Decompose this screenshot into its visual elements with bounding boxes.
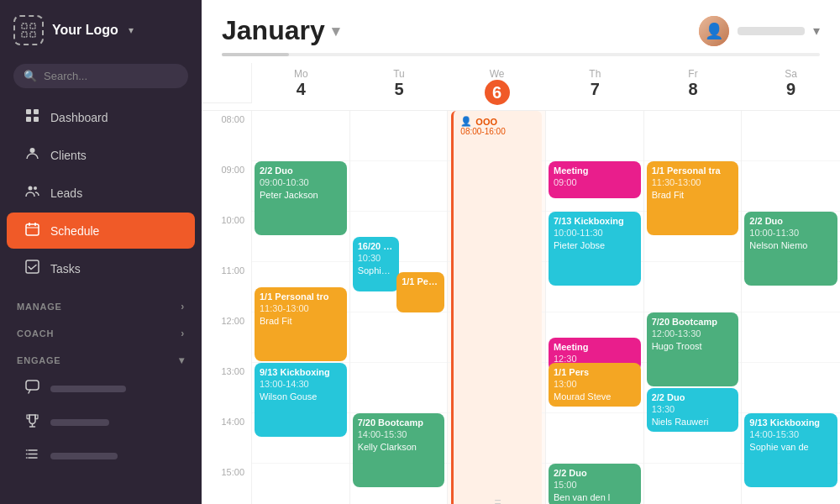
event-thu-4[interactable]: 1/1 Pers 13:00 Mourad Steve xyxy=(549,363,641,407)
event-time: 13:00-14:30 xyxy=(260,378,342,390)
logo-text: Your Logo xyxy=(52,23,118,38)
dashboard-label: Dashboard xyxy=(50,111,108,124)
svg-rect-11 xyxy=(26,224,39,235)
manage-chevron-icon[interactable]: › xyxy=(181,301,185,312)
header: January ▾ 👤 ▾ xyxy=(202,0,840,53)
day-col-wed: 👤 OOO 08:00-16:00 = xyxy=(448,111,546,504)
day-header-tue: Tu 5 xyxy=(350,63,449,110)
event-name: Mourad Steve xyxy=(554,391,636,402)
user-caret-icon[interactable]: ▾ xyxy=(813,23,820,39)
event-title: Meeting xyxy=(554,165,636,176)
engage-section: ENGAGE ▾ xyxy=(0,346,202,368)
hour-row xyxy=(252,464,349,504)
sidebar-item-tasks[interactable]: Tasks xyxy=(7,250,195,286)
event-time: 13:30 xyxy=(652,403,734,415)
sidebar-item-clients[interactable]: Clients xyxy=(7,137,195,173)
event-name: Nelson Niemo xyxy=(749,239,832,251)
event-tue-1[interactable]: 16/20 Bo 10:30 Sophie Leuter xyxy=(353,237,399,291)
hour-row xyxy=(742,161,840,212)
event-title: 2/2 Duo xyxy=(554,467,636,479)
engage-chat[interactable] xyxy=(7,372,195,405)
event-mon-2[interactable]: 1/1 Personal tro 11:30-13:00 Brad Fit xyxy=(255,287,347,361)
search-bar[interactable]: 🔍 xyxy=(13,64,188,88)
engage-chevron-icon[interactable]: ▾ xyxy=(179,354,185,366)
event-sat-1[interactable]: 2/2 Duo 10:00-11:30 Nelson Niemo xyxy=(744,212,837,286)
schedule-icon xyxy=(24,222,40,239)
month-caret-icon[interactable]: ▾ xyxy=(332,22,339,40)
event-fri-2[interactable]: 7/20 Bootcamp 12:00-13:30 Hugo Troost xyxy=(647,312,739,386)
event-title: 1/1 Perso xyxy=(402,276,439,287)
day-num-thu: 7 xyxy=(549,80,641,99)
cal-header: Mo 4 Tu 5 We 6 Th 7 Fr 8 Sa 9 xyxy=(202,63,840,111)
svg-rect-7 xyxy=(34,117,39,122)
day-header-thu: Th 7 xyxy=(546,63,644,110)
event-name: Wilson Gouse xyxy=(260,391,342,402)
event-tue-2[interactable]: 7/20 Bootcamp 14:00-15:30 Kelly Clarkson xyxy=(353,413,445,487)
event-mon-1[interactable]: 2/2 Duo 09:00-10:30 Peter Jackson xyxy=(255,161,347,235)
engage-bar-trophy xyxy=(50,419,109,426)
ooo-time: 08:00-16:00 xyxy=(460,127,535,136)
event-name: Brad Fit xyxy=(260,315,342,327)
svg-rect-0 xyxy=(22,24,27,29)
day-num-tue: 5 xyxy=(354,80,445,99)
day-name-fri: Fr xyxy=(648,68,739,80)
coach-label: COACH xyxy=(17,328,54,339)
event-fri-3[interactable]: 2/2 Duo 13:30 Niels Rauweri xyxy=(647,388,739,432)
engage-list[interactable] xyxy=(7,439,195,472)
user-name-bar xyxy=(738,27,805,35)
day-header-fri: Fr 8 xyxy=(644,63,743,110)
event-time: 10:30 xyxy=(358,252,394,264)
time-1500: 15:00 xyxy=(202,464,252,504)
time-1300: 13:00 xyxy=(202,363,252,413)
tasks-icon xyxy=(24,260,40,277)
event-time: 10:00-11:30 xyxy=(554,227,636,239)
hour-row xyxy=(742,111,840,161)
hour-row xyxy=(252,111,349,161)
event-tue-1b[interactable]: 1/1 Perso xyxy=(396,272,444,312)
event-name: Hugo Troost xyxy=(652,340,734,352)
sidebar-item-schedule[interactable]: Schedule xyxy=(7,213,195,249)
manage-section: MANAGE › xyxy=(0,292,202,314)
event-time: 11:30-13:00 xyxy=(652,176,734,188)
svg-rect-6 xyxy=(26,117,31,122)
sidebar-item-leads[interactable]: Leads xyxy=(7,175,195,211)
calendar[interactable]: Mo 4 Tu 5 We 6 Th 7 Fr 8 Sa 9 xyxy=(202,63,840,504)
sidebar-item-dashboard[interactable]: Dashboard xyxy=(7,99,195,135)
event-title: 1/1 Personal tro xyxy=(260,291,342,302)
svg-point-8 xyxy=(29,148,34,153)
event-name: Ben van den l xyxy=(554,491,636,503)
event-name: Niels Rauweri xyxy=(652,416,734,428)
svg-rect-3 xyxy=(30,32,35,37)
hour-row xyxy=(546,111,643,161)
event-time: 14:00-15:30 xyxy=(749,428,832,440)
svg-rect-13 xyxy=(34,223,36,226)
event-title: 2/2 Duo xyxy=(260,165,342,176)
event-thu-2[interactable]: 7/13 Kickboxing 10:00-11:30 Pieter Jobse xyxy=(549,212,641,286)
time-0900: 09:00 xyxy=(202,161,252,212)
day-col-mon: 2/2 Duo 09:00-10:30 Peter Jackson 1/1 Pe… xyxy=(252,111,350,504)
event-time: 09:00-10:30 xyxy=(260,176,342,188)
event-fri-1[interactable]: 1/1 Personal tra 11:30-13:00 Brad Fit xyxy=(647,161,739,235)
event-title: 1/1 Pers xyxy=(554,366,636,378)
logo-area[interactable]: Your Logo ▾ xyxy=(0,0,202,60)
sidebar: Your Logo ▾ 🔍 Dashboard Clients xyxy=(0,0,202,504)
event-mon-3[interactable]: 9/13 Kickboxing 13:00-14:30 Wilson Gouse xyxy=(255,363,347,437)
equals-icon: = xyxy=(495,496,501,504)
svg-rect-15 xyxy=(26,381,39,390)
coach-chevron-icon[interactable]: › xyxy=(181,328,185,339)
hour-row xyxy=(350,312,448,363)
event-title: Meeting xyxy=(554,341,636,353)
event-thu-1[interactable]: Meeting 09:00 xyxy=(549,161,641,198)
svg-point-9 xyxy=(28,186,32,191)
engage-bar-chat xyxy=(50,386,126,392)
event-name: Sophie van de xyxy=(749,441,832,453)
avatar: 👤 xyxy=(699,16,729,46)
event-thu-5[interactable]: 2/2 Duo 15:00 Ben van den l xyxy=(549,464,641,504)
search-input[interactable] xyxy=(44,70,178,82)
event-time: 09:00 xyxy=(554,176,636,188)
event-title: 9/13 Kickboxing xyxy=(749,417,832,428)
ooo-event[interactable]: 👤 OOO 08:00-16:00 = xyxy=(451,111,542,504)
event-sat-2[interactable]: 9/13 Kickboxing 14:00-15:30 Sophie van d… xyxy=(744,413,837,487)
dashboard-icon xyxy=(24,108,40,126)
engage-trophy[interactable] xyxy=(7,406,195,438)
